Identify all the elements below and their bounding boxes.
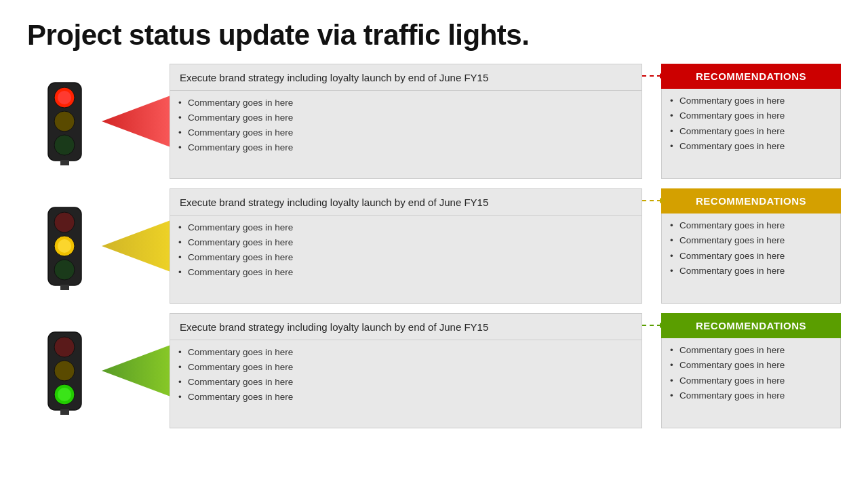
rec-bullets-red: Commentary goes in hereCommentary goes i…: [661, 89, 841, 179]
content-bullet: Commentary goes in here: [176, 251, 632, 264]
rec-box-green: RECOMMENDATIONS Commentary goes in hereC…: [661, 313, 841, 428]
content-bullet: Commentary goes in here: [176, 390, 632, 404]
traffic-row-yellow: Execute brand strategy including loyalty…: [27, 188, 841, 304]
svg-point-7: [54, 212, 75, 232]
svg-point-16: [58, 388, 71, 401]
rec-bullet: Commentary goes in here: [667, 234, 831, 247]
page-title: Project status update via traffic lights…: [27, 19, 841, 52]
rec-header-red: RECOMMENDATIONS: [661, 64, 841, 89]
green-traffic-light: [27, 313, 102, 428]
rec-bullet: Commentary goes in here: [667, 125, 831, 138]
rows-container: Execute brand strategy including loyalty…: [27, 64, 841, 474]
content-box-green: Execute brand strategy including loyalty…: [170, 313, 642, 428]
content-bullet: Commentary goes in here: [176, 221, 632, 235]
arrow-divider-green: [642, 313, 661, 428]
content-bullet: Commentary goes in here: [176, 236, 632, 249]
content-bullet: Commentary goes in here: [176, 126, 632, 140]
arrow-divider-yellow: [642, 188, 661, 304]
dashed-arrow-green: [642, 325, 661, 326]
content-bullet: Commentary goes in here: [176, 361, 632, 374]
arrow-divider-red: [642, 64, 661, 179]
content-bullet: Commentary goes in here: [176, 111, 632, 125]
content-header-yellow: Execute brand strategy including loyalty…: [170, 189, 642, 216]
beam-content-area: Execute brand strategy including loyalty…: [102, 188, 642, 304]
beam-content-area: Execute brand strategy including loyalty…: [102, 64, 642, 179]
content-header-red: Execute brand strategy including loyalty…: [170, 64, 642, 91]
content-bullet: Commentary goes in here: [176, 266, 632, 279]
content-bullet: Commentary goes in here: [176, 96, 632, 110]
rec-header-yellow: RECOMMENDATIONS: [661, 188, 841, 214]
content-header-green: Execute brand strategy including loyalty…: [170, 314, 642, 340]
svg-rect-5: [60, 160, 69, 165]
beam-content-area: Execute brand strategy including loyalty…: [102, 313, 642, 428]
rec-bullet: Commentary goes in here: [667, 219, 831, 232]
yellow-traffic-light: [27, 188, 102, 304]
content-box-red: Execute brand strategy including loyalty…: [170, 64, 642, 179]
svg-point-3: [54, 111, 75, 131]
content-box-yellow: Execute brand strategy including loyalty…: [170, 188, 642, 304]
traffic-row-green: Execute brand strategy including loyalty…: [27, 313, 841, 428]
rec-bullet: Commentary goes in here: [667, 264, 831, 278]
svg-point-2: [58, 91, 71, 104]
svg-point-14: [54, 361, 75, 381]
content-bullet: Commentary goes in here: [176, 375, 632, 389]
svg-point-4: [54, 135, 75, 155]
rec-bullets-yellow: Commentary goes in hereCommentary goes i…: [661, 214, 841, 304]
svg-point-13: [54, 337, 75, 357]
dashed-arrow-red: [642, 75, 661, 77]
content-bullet: Commentary goes in here: [176, 141, 632, 155]
rec-bullet: Commentary goes in here: [667, 140, 831, 153]
rec-bullet: Commentary goes in here: [667, 109, 831, 123]
content-bullets-green: Commentary goes in hereCommentary goes i…: [170, 340, 642, 410]
rec-box-red: RECOMMENDATIONS Commentary goes in hereC…: [661, 64, 841, 179]
rec-bullet: Commentary goes in here: [667, 249, 831, 263]
rec-bullet: Commentary goes in here: [667, 344, 831, 357]
content-bullets-red: Commentary goes in hereCommentary goes i…: [170, 91, 642, 161]
rec-bullets-green: Commentary goes in hereCommentary goes i…: [661, 338, 841, 428]
content-bullets-yellow: Commentary goes in hereCommentary goes i…: [170, 216, 642, 285]
red-traffic-light: [27, 64, 102, 179]
page: Project status update via traffic lights…: [0, 0, 868, 488]
svg-rect-17: [60, 409, 69, 415]
rec-box-yellow: RECOMMENDATIONS Commentary goes in hereC…: [661, 188, 841, 304]
traffic-row-red: Execute brand strategy including loyalty…: [27, 64, 841, 179]
svg-point-10: [54, 260, 75, 280]
rec-header-green: RECOMMENDATIONS: [661, 313, 841, 338]
content-bullet: Commentary goes in here: [176, 346, 632, 359]
rec-bullet: Commentary goes in here: [667, 374, 831, 388]
svg-point-9: [58, 239, 71, 253]
svg-rect-11: [60, 285, 69, 290]
rec-bullet: Commentary goes in here: [667, 359, 831, 372]
rec-bullet: Commentary goes in here: [667, 94, 831, 108]
dashed-arrow-yellow: [642, 200, 661, 201]
rec-bullet: Commentary goes in here: [667, 389, 831, 403]
